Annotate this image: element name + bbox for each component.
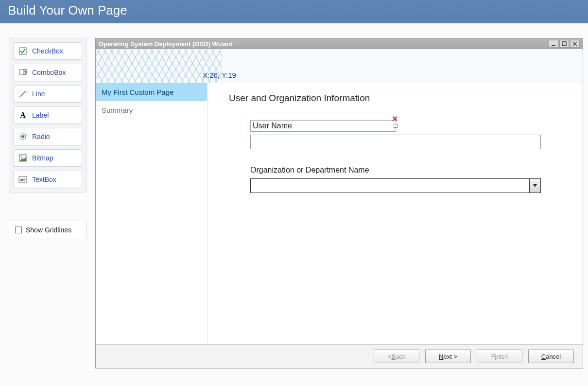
wizard-content: User and Organization Information User N… [208,83,583,344]
svg-text:abl: abl [20,177,25,182]
svg-point-7 [20,156,22,158]
resize-handle-icon[interactable] [394,124,398,128]
cursor-coordinates: X:26, Y:19 [203,71,236,79]
combobox-icon [18,68,27,77]
tool-label: Radio [32,133,50,140]
wizard-footer: < Back Next > Finish Cancel [96,344,583,368]
checkbox-icon [18,47,27,55]
svg-rect-11 [562,42,566,46]
app-header: Build Your Own Page [0,0,588,23]
nav-item-summary[interactable]: Summary [96,101,207,119]
finish-button[interactable]: Finish [477,350,522,363]
svg-line-3 [20,91,26,97]
nav-item-my-first-custom-page[interactable]: My First Custom Page [96,83,207,101]
left-column: CheckBox ComboBox Line A Label [9,38,86,368]
tool-label[interactable]: A Label [13,106,82,124]
textbox-icon: abl [18,175,27,184]
app-title: Build Your Own Page [8,3,127,18]
combobox-dropdown-button[interactable] [529,178,541,193]
toolbox-panel: CheckBox ComboBox Line A Label [9,38,86,193]
show-gridlines-toggle[interactable]: Show Gridlines [9,221,86,239]
wizard-window: Operating System Deployment (OSD) Wizard… [95,38,583,368]
user-name-label-control[interactable]: User Name ✕ [250,120,396,132]
user-name-input[interactable] [250,135,541,149]
back-button[interactable]: < Back [374,350,419,363]
line-icon [18,89,27,98]
organization-input[interactable] [250,178,529,193]
tool-label: Label [32,111,49,119]
tool-label: ComboBox [32,69,66,76]
wizard-banner: X:26, Y:19 [96,49,583,83]
checkbox-icon [15,227,22,233]
cancel-button[interactable]: Cancel [528,350,574,363]
delete-control-icon[interactable]: ✕ [392,114,398,123]
label-icon: A [18,111,27,120]
wizard-body: My First Custom Page Summary User and Or… [96,83,583,344]
bitmap-icon [18,154,27,162]
svg-point-5 [21,135,24,138]
organization-combobox[interactable] [250,178,541,193]
page-heading: User and Organization Information [229,93,569,104]
wizard-nav: My First Custom Page Summary [96,83,208,344]
tool-label: TextBox [32,175,56,183]
user-name-label-text: User Name [253,122,292,130]
tool-radio[interactable]: Radio [13,128,82,145]
tool-combobox[interactable]: ComboBox [13,64,82,81]
tool-label: Bitmap [32,154,53,162]
maximize-button[interactable] [559,40,569,48]
titlebar-controls [548,40,580,48]
organization-label: Organization or Department Name [250,166,569,175]
radio-icon [18,132,27,141]
tool-bitmap[interactable]: Bitmap [13,149,82,167]
close-button[interactable] [570,40,580,48]
tool-label: Line [32,90,45,98]
tool-line[interactable]: Line [13,85,82,103]
chevron-down-icon [533,183,537,188]
minimize-button[interactable] [549,40,558,48]
tool-label: CheckBox [32,47,63,55]
tool-textbox[interactable]: abl TextBox [13,171,82,188]
work-area: CheckBox ComboBox Line A Label [0,23,588,373]
tool-checkbox[interactable]: CheckBox [13,42,82,60]
wizard-title: Operating System Deployment (OSD) Wizard [99,40,233,48]
wizard-titlebar: Operating System Deployment (OSD) Wizard [96,38,583,49]
next-button[interactable]: Next > [425,350,471,363]
show-gridlines-label: Show Gridlines [26,226,71,234]
